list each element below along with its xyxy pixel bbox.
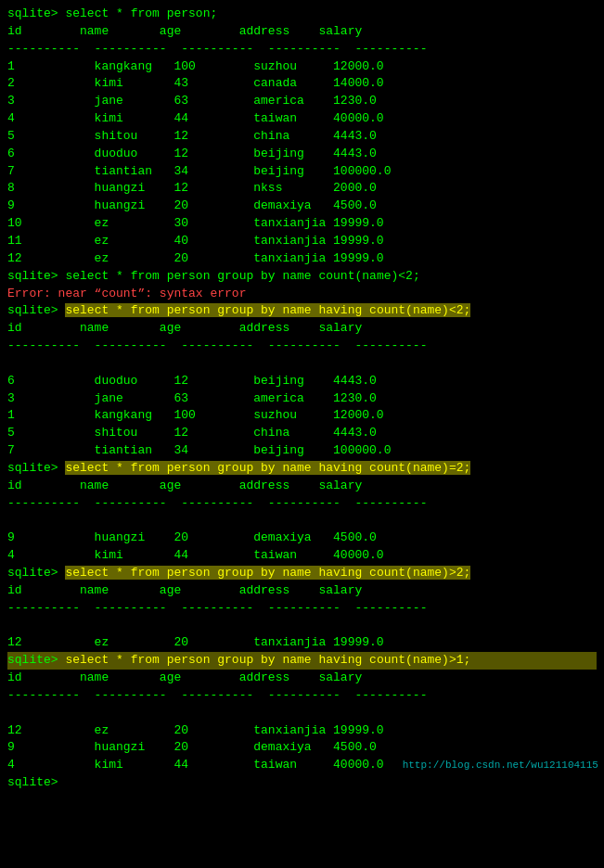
line-cmd3: sqlite> select * from person group by na… bbox=[7, 302, 597, 320]
line-d3: 3 jane 63 america 1230.0 bbox=[7, 93, 597, 110]
line-d10: 10 ez 30 tanxianjia 19999.0 bbox=[7, 215, 597, 233]
line-header-1: id name age address salary bbox=[7, 23, 597, 41]
line-u2: 9 huangzi 20 demaxiya 4500.0 bbox=[7, 739, 597, 757]
line-empty-3 bbox=[7, 618, 597, 635]
cmd-3-highlighted: select * from person group by name havin… bbox=[65, 303, 470, 317]
line-empty-1 bbox=[7, 355, 597, 373]
cmd-4-highlighted: select * from person group by name havin… bbox=[65, 461, 470, 475]
line-s2: 4 kimi 44 taiwan 40000.0 bbox=[7, 547, 597, 565]
line-final-prompt: sqlite> bbox=[7, 774, 597, 792]
cmd-6-text: select * from person group by name havin… bbox=[65, 653, 470, 667]
line-sep-1: ---------- ---------- ---------- -------… bbox=[7, 41, 597, 58]
line-sep-4: ---------- ---------- ---------- -------… bbox=[7, 600, 597, 618]
line-cmd6: sqlite> select * from person group by na… bbox=[7, 652, 597, 670]
cmd-text: select * from person; bbox=[65, 6, 217, 20]
line-d5: 5 shitou 12 china 4443.0 bbox=[7, 128, 597, 146]
prompt-2: sqlite> bbox=[7, 269, 65, 283]
terminal: sqlite> select * from person; id name ag… bbox=[7, 6, 597, 792]
prompt: sqlite> bbox=[7, 6, 65, 20]
prompt-final: sqlite> bbox=[7, 775, 65, 789]
line-d11: 11 ez 40 tanxianjia 19999.0 bbox=[7, 233, 597, 250]
line-d8: 8 huangzi 12 nkss 2000.0 bbox=[7, 180, 597, 198]
line-d12: 12 ez 20 tanxianjia 19999.0 bbox=[7, 250, 597, 268]
prompt-5: sqlite> bbox=[7, 566, 65, 580]
line-empty-4 bbox=[7, 705, 597, 722]
line-cmd2: sqlite> select * from person group by na… bbox=[7, 268, 597, 286]
line-header-4: id name age address salary bbox=[7, 582, 597, 600]
line-d2: 2 kimi 43 canada 14000.0 bbox=[7, 75, 597, 93]
line-d6: 6 duoduo 12 beijing 4443.0 bbox=[7, 146, 597, 163]
line-error: Error: near “count”: syntax error bbox=[7, 286, 597, 303]
line-header-2: id name age address salary bbox=[7, 320, 597, 338]
line-cmd4: sqlite> select * from person group by na… bbox=[7, 460, 597, 478]
line-r5: 7 tiantian 34 beijing 100000.0 bbox=[7, 442, 597, 460]
line-d1: 1 kangkang 100 suzhou 12000.0 bbox=[7, 58, 597, 76]
line-r1: 6 duoduo 12 beijing 4443.0 bbox=[7, 373, 597, 390]
cmd-2-text: select * from person group by name count… bbox=[65, 269, 419, 283]
line-header-5: id name age address salary bbox=[7, 670, 597, 687]
line-sep-2: ---------- ---------- ---------- -------… bbox=[7, 338, 597, 355]
line-r3: 1 kangkang 100 suzhou 12000.0 bbox=[7, 407, 597, 425]
line-d9: 9 huangzi 20 demaxiya 4500.0 bbox=[7, 198, 597, 215]
line-u3: 4 kimi 44 taiwan 40000.0http://blog.csdn… bbox=[7, 757, 597, 774]
line-r4: 5 shitou 12 china 4443.0 bbox=[7, 425, 597, 442]
line-empty-2 bbox=[7, 512, 597, 530]
line-d4: 4 kimi 44 taiwan 40000.0 bbox=[7, 110, 597, 128]
prompt-6: sqlite> bbox=[7, 653, 65, 667]
line-header-3: id name age address salary bbox=[7, 478, 597, 495]
line-cmd5: sqlite> select * from person group by na… bbox=[7, 565, 597, 582]
prompt-3: sqlite> bbox=[7, 303, 65, 317]
line-t1: 12 ez 20 tanxianjia 19999.0 bbox=[7, 634, 597, 652]
line-1: sqlite> select * from person; bbox=[7, 6, 597, 23]
line-s1: 9 huangzi 20 demaxiya 4500.0 bbox=[7, 530, 597, 547]
line-sep-5: ---------- ---------- ---------- -------… bbox=[7, 687, 597, 705]
line-u1: 12 ez 20 tanxianjia 19999.0 bbox=[7, 722, 597, 740]
line-d7: 7 tiantian 34 beijing 100000.0 bbox=[7, 163, 597, 181]
watermark: http://blog.csdn.net/wu121104115 bbox=[403, 760, 598, 771]
line-sep-3: ---------- ---------- ---------- -------… bbox=[7, 495, 597, 513]
cmd-5-highlighted: select * from person group by name havin… bbox=[65, 566, 470, 580]
prompt-4: sqlite> bbox=[7, 461, 65, 475]
line-r2: 3 jane 63 america 1230.0 bbox=[7, 390, 597, 408]
